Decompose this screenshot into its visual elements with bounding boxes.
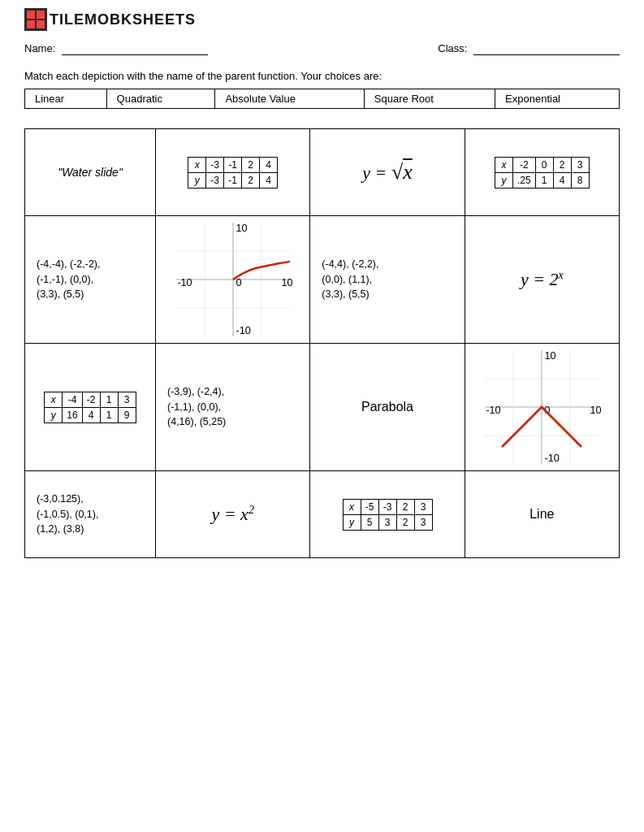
table-cell: -5 bbox=[361, 499, 378, 514]
table-cell: 2 bbox=[396, 499, 414, 514]
cell-r3c3: Parabola bbox=[310, 344, 465, 471]
table-cell: -1 bbox=[224, 157, 242, 172]
table-cell: x bbox=[495, 157, 512, 172]
table-cell: 5 bbox=[361, 514, 378, 530]
table-cell: y bbox=[343, 514, 361, 530]
table-cell: 2 bbox=[242, 172, 260, 188]
main-worksheet-table: "Water slide" x -3 -1 2 4 y -3 -1 bbox=[24, 128, 620, 558]
table-row: (-4,-4), (-2,-2),(-1,-1), (0,0),(3,3), (… bbox=[25, 216, 620, 344]
choice-absolute-value: Absolute Value bbox=[215, 89, 364, 109]
table-cell: -3 bbox=[378, 499, 396, 514]
svg-rect-3 bbox=[27, 20, 35, 28]
table-cell: -4 bbox=[63, 392, 82, 407]
sqrt-expr: y = √x bbox=[362, 160, 412, 184]
logo-icon bbox=[24, 8, 47, 31]
cell-r2c2: 10 -10 10 -10 0 bbox=[156, 216, 310, 344]
svg-rect-2 bbox=[37, 11, 45, 19]
svg-text:-10: -10 bbox=[177, 277, 192, 288]
table-row: x -4 -2 1 3 y 16 4 1 9 bbox=[25, 344, 620, 471]
row1-exp-table: x -2 0 2 3 y .25 1 4 8 bbox=[495, 157, 590, 188]
table-cell: 4 bbox=[260, 157, 278, 172]
table-cell: 9 bbox=[118, 407, 136, 422]
class-label: Class: bbox=[438, 42, 467, 54]
logo-header: ТILЕМОВKSHEETS bbox=[24, 8, 620, 31]
cell-r1c4: x -2 0 2 3 y .25 1 4 8 bbox=[465, 129, 619, 216]
r3c2-points: (-3,9), (-2,4),(-1,1), (0,0),(4,16), (5,… bbox=[167, 384, 226, 430]
choice-exponential: Exponential bbox=[495, 89, 620, 109]
cell-r3c2: (-3,9), (-2,4),(-1,1), (0,0),(4,16), (5,… bbox=[156, 344, 310, 471]
waterslide-text: "Water slide" bbox=[58, 166, 123, 179]
table-cell: 1 bbox=[100, 392, 118, 407]
choice-quadratic: Quadratic bbox=[106, 89, 215, 109]
cell-r4c3: x -5 -3 2 3 y 5 3 2 3 bbox=[310, 471, 465, 558]
table-cell: .25 bbox=[512, 172, 535, 188]
table-cell: 8 bbox=[571, 172, 589, 188]
table-cell: -3 bbox=[206, 172, 224, 188]
table-cell: 1 bbox=[100, 407, 118, 422]
name-line bbox=[62, 42, 208, 55]
table-cell: y bbox=[495, 172, 512, 188]
name-field: Name: bbox=[24, 42, 208, 55]
svg-rect-1 bbox=[27, 11, 35, 19]
r2c3-points: (-4,4), (-2,2),(0,0), (1,1),(3,3), (5,5) bbox=[322, 257, 378, 302]
logo-text: ТILЕМОВKSHEETS bbox=[50, 11, 196, 28]
table-cell: 2 bbox=[242, 157, 260, 172]
table-cell: -3 bbox=[206, 157, 224, 172]
class-line bbox=[473, 42, 620, 55]
row1-data-table: x -3 -1 2 4 y -3 -1 2 4 bbox=[188, 157, 278, 188]
r2c4-expr: y = 2x bbox=[521, 269, 564, 290]
cell-r2c3: (-4,4), (-2,2),(0,0), (1,1),(3,3), (5,5) bbox=[310, 216, 465, 344]
svg-text:10: 10 bbox=[545, 350, 556, 362]
r4c2-expr: y = x2 bbox=[211, 504, 253, 525]
cell-r1c1: "Water slide" bbox=[25, 129, 156, 216]
table-cell: y bbox=[188, 172, 206, 188]
svg-text:-10: -10 bbox=[545, 453, 560, 464]
table-cell: 3 bbox=[414, 514, 432, 530]
table-cell: x bbox=[188, 157, 206, 172]
table-row: "Water slide" x -3 -1 2 4 y -3 -1 bbox=[25, 129, 620, 216]
svg-rect-4 bbox=[37, 20, 45, 28]
table-cell: x bbox=[343, 499, 361, 514]
row4-table: x -5 -3 2 3 y 5 3 2 3 bbox=[343, 499, 433, 531]
graph-r3c4: 10 -10 10 -10 0 bbox=[477, 350, 607, 464]
table-cell: 0 bbox=[535, 157, 553, 172]
table-cell: x bbox=[45, 392, 63, 407]
svg-text:10: 10 bbox=[236, 223, 247, 234]
r4c4-line-text: Line bbox=[529, 507, 554, 522]
table-cell: 3 bbox=[414, 499, 432, 514]
class-field: Class: bbox=[438, 42, 620, 55]
table-cell: 3 bbox=[571, 157, 589, 172]
table-cell: 3 bbox=[118, 392, 136, 407]
svg-text:0: 0 bbox=[236, 277, 241, 288]
table-cell: -1 bbox=[224, 172, 242, 188]
table-row: (-3,0.125),(-1,0.5), (0,1),(1,2), (3,8) … bbox=[25, 471, 620, 558]
cell-r4c1: (-3,0.125),(-1,0.5), (0,1),(1,2), (3,8) bbox=[25, 471, 156, 558]
choice-linear: Linear bbox=[25, 89, 107, 109]
svg-text:-10: -10 bbox=[236, 325, 250, 336]
cell-r3c1: x -4 -2 1 3 y 16 4 1 9 bbox=[25, 344, 156, 471]
svg-text:10: 10 bbox=[281, 277, 292, 288]
name-class-row: Name: Class: bbox=[24, 42, 620, 55]
cell-r2c4: y = 2x bbox=[465, 216, 619, 344]
instructions-text: Match each depiction with the name of th… bbox=[24, 70, 620, 82]
choice-square-root: Square Root bbox=[364, 89, 495, 109]
svg-text:10: 10 bbox=[590, 405, 602, 416]
cell-r4c4: Line bbox=[465, 471, 619, 558]
cell-r3c4: 10 -10 10 -10 0 bbox=[465, 344, 619, 471]
table-cell: 4 bbox=[553, 172, 571, 188]
table-cell: -2 bbox=[82, 392, 100, 407]
name-label: Name: bbox=[24, 42, 55, 54]
table-cell: y bbox=[45, 407, 63, 422]
r2c1-points: (-4,-4), (-2,-2),(-1,-1), (0,0),(3,3), (… bbox=[37, 257, 100, 302]
r3c3-parabola-text: Parabola bbox=[361, 400, 413, 414]
svg-text:-10: -10 bbox=[486, 405, 501, 416]
cell-r2c1: (-4,-4), (-2,-2),(-1,-1), (0,0),(3,3), (… bbox=[25, 216, 156, 344]
table-cell: 16 bbox=[63, 407, 82, 422]
table-cell: 3 bbox=[378, 514, 396, 530]
choices-table: Linear Quadratic Absolute Value Square R… bbox=[24, 89, 620, 109]
table-cell: -2 bbox=[512, 157, 535, 172]
table-cell: 4 bbox=[82, 407, 100, 422]
table-cell: 2 bbox=[553, 157, 571, 172]
row3-table: x -4 -2 1 3 y 16 4 1 9 bbox=[44, 392, 136, 423]
table-cell: 2 bbox=[396, 514, 414, 530]
